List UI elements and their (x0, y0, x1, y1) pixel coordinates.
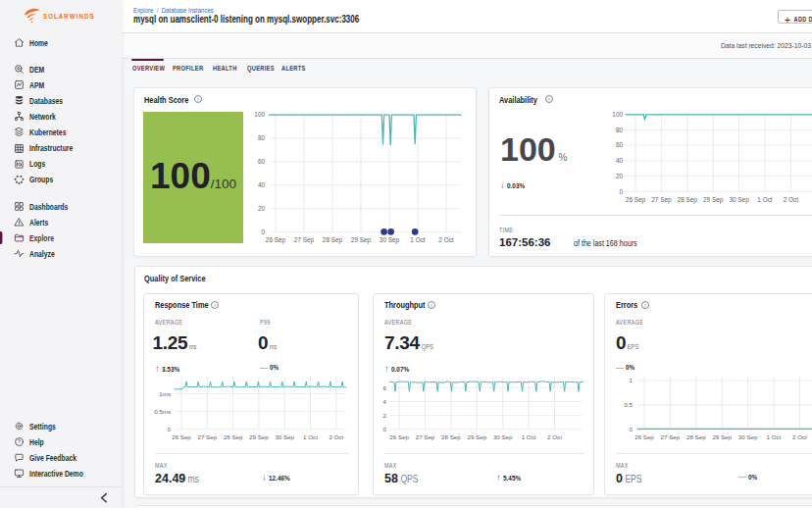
svg-text:30 Sep: 30 Sep (275, 433, 294, 440)
svg-text:30 Sep: 30 Sep (493, 433, 513, 440)
svg-text:2 Oct: 2 Oct (792, 433, 807, 440)
svg-text:27 Sep: 27 Sep (294, 236, 315, 244)
svg-text:27 Sep: 27 Sep (197, 433, 217, 440)
svg-text:40: 40 (616, 157, 624, 164)
svg-text:100: 100 (612, 111, 623, 118)
svg-text:4: 4 (383, 398, 387, 405)
svg-text:0.5: 0.5 (624, 401, 633, 408)
svg-text:60: 60 (258, 158, 266, 165)
svg-text:28 Sep: 28 Sep (224, 433, 243, 440)
svg-text:26 Sep: 26 Sep (172, 433, 191, 440)
svg-text:2 Oct: 2 Oct (547, 433, 562, 440)
svg-text:0: 0 (261, 229, 265, 235)
svg-text:28 Sep: 28 Sep (441, 433, 461, 440)
svg-text:30 Sep: 30 Sep (729, 196, 749, 204)
svg-text:27 Sep: 27 Sep (661, 433, 681, 440)
svg-text:27 Sep: 27 Sep (416, 433, 435, 440)
svg-text:26 Sep: 26 Sep (266, 236, 286, 244)
svg-text:2 Oct: 2 Oct (784, 196, 798, 203)
svg-text:2: 2 (383, 412, 387, 419)
svg-text:80: 80 (258, 134, 266, 141)
svg-text:20: 20 (258, 205, 266, 212)
svg-text:1 Oct: 1 Oct (522, 433, 536, 440)
svg-text:60: 60 (616, 141, 624, 148)
svg-text:40: 40 (258, 181, 266, 188)
svg-text:30 Sep: 30 Sep (380, 236, 400, 244)
svg-text:27 Sep: 27 Sep (651, 196, 672, 204)
svg-text:30 Sep: 30 Sep (738, 433, 758, 440)
svg-text:0: 0 (619, 188, 623, 195)
svg-text:1 Oct: 1 Oct (303, 433, 318, 440)
svg-text:26 Sep: 26 Sep (634, 433, 654, 440)
svg-text:26 Sep: 26 Sep (389, 433, 409, 440)
svg-text:6: 6 (383, 384, 387, 391)
svg-text:29 Sep: 29 Sep (703, 196, 724, 204)
svg-text:1 Oct: 1 Oct (410, 236, 425, 243)
svg-text:28 Sep: 28 Sep (678, 196, 698, 204)
svg-text:29 Sep: 29 Sep (249, 433, 269, 440)
svg-text:100: 100 (254, 111, 265, 118)
svg-text:1 Oct: 1 Oct (757, 196, 772, 203)
svg-text:80: 80 (616, 127, 624, 133)
svg-text:0: 0 (168, 426, 172, 432)
svg-text:?: ? (18, 438, 21, 444)
svg-text:2 Oct: 2 Oct (329, 433, 343, 440)
svg-text:20: 20 (616, 173, 624, 179)
svg-text:1 Oct: 1 Oct (767, 433, 782, 440)
svg-text:0.5ms: 0.5ms (154, 408, 171, 415)
svg-text:0: 0 (383, 426, 387, 432)
svg-text:28 Sep: 28 Sep (323, 236, 343, 244)
svg-text:26 Sep: 26 Sep (626, 196, 646, 204)
svg-text:0: 0 (630, 426, 634, 432)
svg-text:29 Sep: 29 Sep (351, 236, 372, 244)
svg-text:29 Sep: 29 Sep (712, 433, 732, 440)
svg-text:2 Oct: 2 Oct (438, 236, 453, 243)
svg-text:1: 1 (630, 377, 634, 383)
svg-text:28 Sep: 28 Sep (686, 433, 706, 440)
svg-text:29 Sep: 29 Sep (467, 433, 486, 440)
svg-text:1ms: 1ms (159, 390, 171, 397)
